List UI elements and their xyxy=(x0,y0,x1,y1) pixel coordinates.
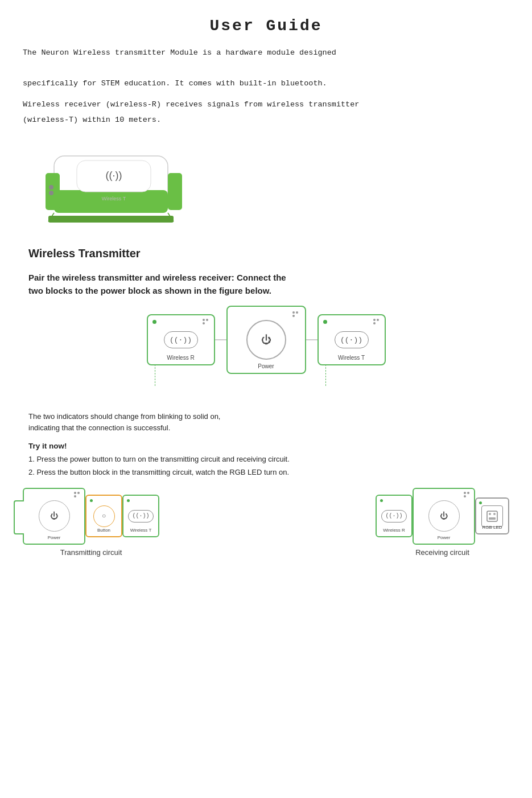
rx-power-label: Power xyxy=(438,535,451,540)
pair-instructions: Pair the wireless transmitter and wirele… xyxy=(28,272,509,297)
transmitting-circuit-group: ⏻ Power ○ Button ((·)) Wireless T Transm… xyxy=(23,488,159,557)
tx-wireless-dot xyxy=(127,499,130,502)
svg-text:((·)): ((·)) xyxy=(106,170,122,181)
wireless-r-icon: ((·)) xyxy=(164,331,198,348)
wireless-transmitter-label: Wireless Transmitter xyxy=(28,247,509,260)
connector-right xyxy=(306,339,317,340)
receiving-blocks: ((·)) Wireless R ⏻ Power RGB LED xyxy=(376,488,509,545)
tx-power-icon: ⏻ xyxy=(39,500,70,532)
tx-wireless-t-block: ((·)) Wireless T xyxy=(122,495,159,537)
tx-wireless-icon: ((·)) xyxy=(128,510,154,523)
svg-point-8 xyxy=(49,191,53,195)
svg-point-14 xyxy=(489,513,491,515)
tx-left-ext xyxy=(14,500,24,534)
rx-rgb-dot xyxy=(479,501,482,504)
rx-wireless-r-label: Wireless R xyxy=(383,528,405,533)
intro-paragraph2: Wireless receiver (wireless-R) receives … xyxy=(23,97,509,127)
power-label: Power xyxy=(258,363,274,369)
wireless-r-block: ((·)) Wireless R xyxy=(147,314,215,365)
rx-power-icon: ⏻ xyxy=(428,500,460,532)
step2: 2. Press the button block in the transmi… xyxy=(28,466,509,479)
step1: 1. Press the power button to turn on the… xyxy=(28,453,509,466)
wireless-r-indicator xyxy=(152,320,156,324)
svg-rect-3 xyxy=(168,173,182,210)
wireless-t-indicator xyxy=(323,320,327,324)
indicator-note: The two indicators should change from bl… xyxy=(28,411,509,433)
wireless-t-block: ((·)) Wireless T xyxy=(317,314,386,365)
tx-power-label: Power xyxy=(48,535,61,540)
rx-power-block: ⏻ Power xyxy=(413,488,475,545)
tx-button-dot xyxy=(90,499,93,502)
intro-paragraph1: The Neuron Wireless transmitter Module i… xyxy=(23,45,509,91)
svg-rect-16 xyxy=(489,517,496,520)
rx-wireless-dot xyxy=(380,499,383,502)
wireless-t-dashed-line xyxy=(325,364,326,386)
tx-button-block: ○ Button xyxy=(85,495,122,537)
rx-rgb-icon xyxy=(481,505,503,527)
tx-button-icon: ○ xyxy=(93,505,115,527)
connector-left xyxy=(215,339,226,340)
tx-button-label: Button xyxy=(97,528,110,533)
rx-wireless-icon: ((·)) xyxy=(381,510,407,523)
tx-power-block: ⏻ Power xyxy=(23,488,85,545)
svg-rect-13 xyxy=(487,511,497,521)
try-now-label: Try it now! xyxy=(28,442,509,450)
rx-rgb-label: RGB LED xyxy=(482,525,502,530)
svg-point-15 xyxy=(493,513,496,515)
diagram-spacer xyxy=(23,380,509,405)
page-title: User Guide xyxy=(23,17,509,35)
svg-text:Wireless T: Wireless T xyxy=(102,196,126,201)
svg-rect-12 xyxy=(48,216,174,223)
power-block: ⏻ Power xyxy=(226,306,306,374)
device-svg: ((·)) Wireless T xyxy=(34,139,193,241)
try-steps: 1. Press the power button to turn on the… xyxy=(28,453,509,479)
pairing-diagram: ((·)) Wireless R ⏻ Power ((·)) Wireless … xyxy=(23,306,509,374)
wireless-t-label: Wireless T xyxy=(338,355,365,361)
svg-point-7 xyxy=(49,185,53,190)
receiving-circuit-group: ((·)) Wireless R ⏻ Power RGB LED xyxy=(376,488,509,557)
device-image-section: ((·)) Wireless T xyxy=(34,139,509,241)
wireless-r-dashed-line xyxy=(155,364,155,386)
rx-wireless-r-block: ((·)) Wireless R xyxy=(376,495,413,537)
wireless-r-label: Wireless R xyxy=(167,355,194,361)
receiving-circuit-label: Receiving circuit xyxy=(415,548,469,557)
rx-rgb-block: RGB LED xyxy=(475,497,509,534)
wireless-t-icon: ((·)) xyxy=(335,331,369,348)
circuits-row: ⏻ Power ○ Button ((·)) Wireless T Transm… xyxy=(23,488,509,557)
transmitting-circuit-label: Transmitting circuit xyxy=(60,548,122,557)
transmitting-blocks: ⏻ Power ○ Button ((·)) Wireless T xyxy=(23,488,159,545)
svg-rect-1 xyxy=(54,190,168,213)
tx-wireless-t-label: Wireless T xyxy=(130,528,152,533)
power-icon: ⏻ xyxy=(246,320,286,360)
